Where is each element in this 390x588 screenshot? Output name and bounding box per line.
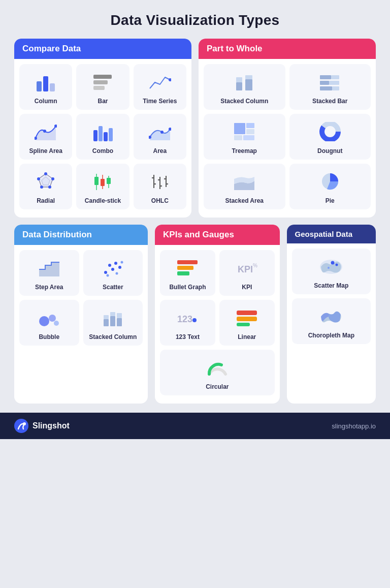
slingshot-logo-icon bbox=[14, 419, 28, 433]
footer-url: slingshotapp.io bbox=[332, 422, 376, 430]
spline-area-icon bbox=[22, 119, 69, 144]
time-series-icon bbox=[137, 69, 183, 95]
area-label: Area bbox=[153, 147, 167, 156]
chart-item-combo[interactable]: Combo bbox=[76, 114, 129, 160]
top-row: Compare Data Column bbox=[14, 39, 376, 218]
chart-item-doughnut[interactable]: Dougnut bbox=[289, 114, 371, 160]
svg-point-63 bbox=[118, 266, 121, 269]
chart-item-time-series[interactable]: Time Series bbox=[134, 64, 186, 110]
kpis-gauges-header: KPIs and Gauges bbox=[155, 225, 280, 245]
compare-data-grid: Column Bar bbox=[14, 64, 191, 209]
chart-item-candlestick[interactable]: Candle-stick bbox=[76, 164, 129, 209]
svg-text:KPI: KPI bbox=[238, 264, 253, 274]
svg-rect-73 bbox=[110, 312, 115, 316]
svg-rect-12 bbox=[104, 132, 108, 141]
svg-rect-4 bbox=[93, 80, 108, 84]
geospatial-header: Geospatial Data bbox=[287, 225, 376, 243]
chart-item-spline-area[interactable]: Spline Area bbox=[19, 114, 72, 160]
svg-point-69 bbox=[54, 321, 59, 326]
svg-rect-26 bbox=[94, 177, 99, 185]
svg-rect-3 bbox=[93, 75, 112, 79]
chart-item-column[interactable]: Column bbox=[19, 64, 72, 110]
bubble-icon bbox=[22, 305, 76, 330]
chart-item-treemap[interactable]: Treemap bbox=[204, 114, 285, 160]
svg-rect-28 bbox=[101, 179, 105, 186]
compare-data-section: Compare Data Column bbox=[14, 39, 191, 218]
scatter-map-icon bbox=[295, 254, 368, 279]
chart-item-radial[interactable]: Radial bbox=[19, 164, 72, 209]
data-distribution-header: Data Distribution bbox=[14, 225, 148, 245]
bubble-label: Bubble bbox=[39, 333, 59, 342]
svg-rect-52 bbox=[246, 129, 254, 134]
stacked-bar-label: Stacked Bar bbox=[312, 98, 347, 106]
svg-rect-5 bbox=[93, 86, 105, 90]
combo-icon bbox=[79, 119, 126, 144]
chart-item-choropleth-map[interactable]: Choropleth Map bbox=[292, 298, 371, 344]
svg-rect-85 bbox=[237, 323, 250, 326]
svg-point-22 bbox=[48, 185, 51, 189]
svg-point-8 bbox=[43, 130, 46, 133]
choropleth-map-icon bbox=[295, 303, 368, 329]
bar-icon bbox=[79, 69, 126, 95]
bar-label: Bar bbox=[98, 98, 108, 106]
chart-item-kpi[interactable]: KPI % KPI bbox=[219, 250, 275, 296]
chart-item-ohlc[interactable]: OHLC bbox=[134, 164, 186, 209]
chart-item-scatter-map[interactable]: Scatter Map bbox=[292, 249, 371, 294]
svg-rect-42 bbox=[245, 79, 252, 90]
compare-data-header: Compare Data bbox=[14, 39, 191, 59]
combo-label: Combo bbox=[92, 147, 113, 156]
chart-item-stacked-area[interactable]: Stacked Area bbox=[204, 164, 285, 209]
chart-item-linear[interactable]: Linear bbox=[219, 300, 275, 346]
part-to-whole-section: Part to Whole Stacked Column bbox=[199, 39, 376, 218]
svg-text:%: % bbox=[253, 263, 257, 268]
pie-label: Pie bbox=[326, 197, 335, 205]
svg-point-24 bbox=[37, 177, 40, 180]
geospatial-section: Geospatial Data Scatter Ma bbox=[287, 225, 376, 404]
chart-item-bar[interactable]: Bar bbox=[76, 64, 129, 110]
svg-rect-47 bbox=[329, 81, 339, 85]
chart-item-bullet-graph[interactable]: Bullet Graph bbox=[160, 250, 215, 296]
stacked-bar-icon bbox=[292, 69, 368, 95]
chart-item-text[interactable]: 123 123 Text bbox=[160, 300, 215, 346]
svg-point-68 bbox=[49, 315, 56, 322]
svg-rect-77 bbox=[177, 266, 193, 270]
chart-item-scatter[interactable]: Scatter bbox=[83, 250, 143, 296]
svg-rect-0 bbox=[37, 81, 42, 91]
chart-item-circular[interactable]: Circular bbox=[160, 350, 275, 395]
svg-rect-40 bbox=[236, 82, 242, 90]
chart-item-area[interactable]: Area bbox=[134, 114, 186, 160]
footer: Slingshot slingshotapp.io bbox=[0, 413, 390, 439]
chart-item-pie[interactable]: Pie bbox=[289, 164, 371, 209]
stacked-column-icon bbox=[207, 69, 282, 95]
doughnut-label: Dougnut bbox=[317, 147, 342, 156]
chart-item-bubble[interactable]: Bubble bbox=[19, 300, 79, 346]
chart-item-stacked-column[interactable]: Stacked Column bbox=[204, 64, 285, 110]
svg-text:123: 123 bbox=[177, 314, 192, 324]
svg-rect-51 bbox=[246, 123, 254, 128]
bullet-graph-label: Bullet Graph bbox=[169, 284, 206, 292]
svg-point-89 bbox=[328, 267, 330, 269]
svg-rect-75 bbox=[117, 313, 122, 318]
svg-point-67 bbox=[39, 316, 49, 326]
footer-brand-name: Slingshot bbox=[32, 421, 70, 430]
svg-rect-78 bbox=[177, 271, 189, 275]
page-container: Data Visualization Types Compare Data Co… bbox=[0, 0, 390, 404]
stacked-column-label: Stacked Column bbox=[220, 98, 268, 106]
kpis-gauges-section: KPIs and Gauges Bullet Graph bbox=[155, 225, 280, 404]
part-to-whole-grid: Stacked Column Stacked B bbox=[199, 64, 376, 209]
stacked-area-label: Stacked Area bbox=[225, 197, 264, 205]
svg-rect-53 bbox=[234, 135, 242, 140]
column-icon bbox=[22, 69, 69, 95]
svg-point-64 bbox=[107, 274, 109, 277]
doughnut-icon bbox=[292, 119, 368, 144]
svg-point-61 bbox=[111, 268, 114, 271]
chart-item-stacked-bar[interactable]: Stacked Bar bbox=[289, 64, 371, 110]
chart-item-step-area[interactable]: Step Area bbox=[19, 250, 79, 296]
svg-point-65 bbox=[116, 272, 118, 275]
linear-label: Linear bbox=[238, 333, 256, 342]
svg-rect-11 bbox=[99, 126, 103, 141]
svg-point-82 bbox=[192, 318, 197, 322]
chart-item-stacked-column-dist[interactable]: Stacked Column bbox=[83, 300, 143, 346]
stacked-column-dist-label: Stacked Column bbox=[89, 333, 137, 342]
svg-rect-1 bbox=[43, 76, 48, 91]
